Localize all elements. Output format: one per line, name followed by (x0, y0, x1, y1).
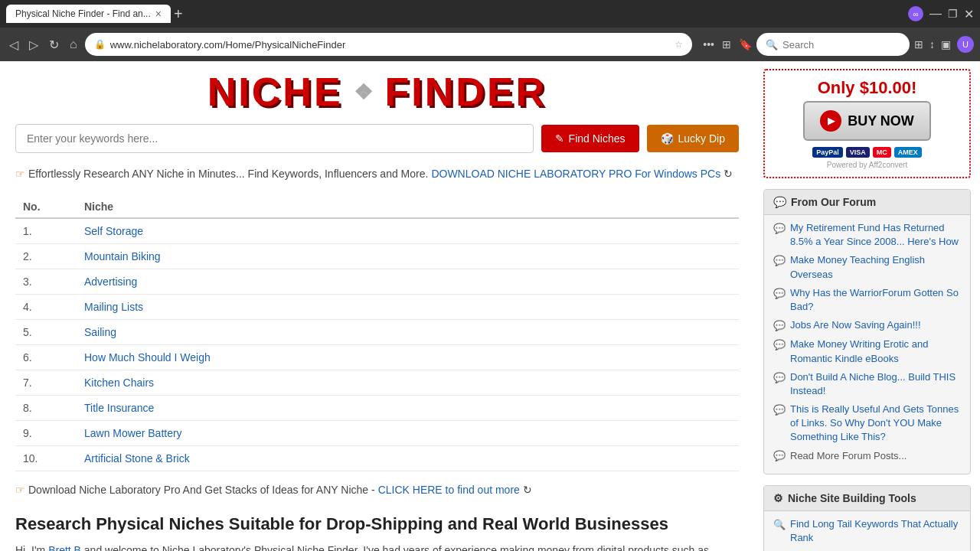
home-btn[interactable]: ⌂ (67, 36, 80, 53)
forum-link[interactable]: 💬Make Money Writing Erotic and Romantic … (773, 337, 961, 365)
forward-btn[interactable]: ▷ (26, 36, 41, 54)
url-input[interactable] (110, 39, 671, 51)
keyword-input[interactable] (15, 124, 534, 153)
site-logo: NICHE ❖ FINDER (15, 69, 739, 115)
extra-toolbar-icons: ⊞ ↕ ▣ U (914, 36, 974, 53)
niche-name-cell[interactable]: Sailing (77, 320, 739, 345)
browser-titlebar: Physical Niche Finder - Find an... × + ∞… (0, 0, 980, 28)
download-bar-text: Download Niche Laboratory Pro And Get St… (28, 484, 375, 496)
forum-link[interactable]: 💬My Retirement Fund Has Returned 8.5% a … (773, 221, 961, 249)
find-niches-btn[interactable]: ✎ Find Niches (541, 125, 639, 152)
table-row: 9. Lawn Mower Battery (15, 421, 739, 446)
tools-section-title: ⚙ Niche Site Building Tools (764, 486, 970, 511)
intro-text1: Hi, I'm (15, 544, 45, 551)
tool-link-icon: 🔍 (773, 518, 786, 532)
table-row: 5. Sailing (15, 320, 739, 345)
mc-icon: MC (873, 147, 891, 158)
tools-links-body: 🔍Find Long Tail Keywords That Actually R… (764, 511, 970, 551)
row-no: 2. (15, 244, 77, 269)
back-btn[interactable]: ◁ (6, 36, 21, 54)
tool-link[interactable]: 🔍Find Long Tail Keywords That Actually R… (773, 517, 961, 545)
extensions-icon[interactable]: ⊞ (914, 38, 923, 51)
find-niches-label: Find Niches (569, 132, 626, 145)
forum-icon: 💬 (773, 196, 786, 208)
bookmark-icon[interactable]: 🔖 (739, 38, 752, 51)
logo-separator: ❖ (354, 80, 374, 105)
search-input[interactable] (782, 39, 874, 51)
row-no: 5. (15, 320, 77, 345)
read-more-forum-link[interactable]: 💬Read More Forum Posts... (773, 449, 961, 463)
forum-link-label: Don't Build A Niche Blog... Build THIS I… (790, 370, 961, 398)
main-content: NICHE ❖ FINDER ✎ Find Niches 🎲 Lucky Dip… (0, 61, 754, 551)
page-heading: Research Physical Niches Suitable for Dr… (15, 514, 739, 534)
niche-name-cell[interactable]: Mountain Biking (77, 244, 739, 269)
row-no: 7. (15, 370, 77, 396)
refresh-icon: ↻ (724, 165, 733, 182)
container-icon[interactable]: ⊞ (722, 38, 731, 51)
buy-now-btn[interactable]: ▶ BUY NOW (803, 101, 931, 141)
download-refresh-icon: ↻ (523, 484, 532, 496)
profile-avatar[interactable]: U (957, 36, 974, 53)
download-pro-link[interactable]: DOWNLOAD NICHE LABORATORY PRO For Window… (431, 165, 720, 182)
lucky-dip-btn[interactable]: 🎲 Lucky Dip (647, 125, 739, 152)
logo-area: NICHE ❖ FINDER (15, 69, 739, 115)
forum-link[interactable]: 💬Don't Build A Niche Blog... Build THIS … (773, 370, 961, 398)
table-row: 7. Kitchen Chairs (15, 370, 739, 396)
table-row: 8. Title Insurance (15, 396, 739, 421)
niche-name-cell[interactable]: Mailing Lists (77, 295, 739, 320)
address-bar[interactable]: 🔒 ☆ (85, 33, 693, 56)
niche-name-cell[interactable]: Artificial Stone & Brick (77, 446, 739, 471)
sidebar-ad: Only $10.00! ▶ BUY NOW PayPal VISA MC AM… (763, 69, 971, 178)
bookmark-star-icon[interactable]: ☆ (675, 39, 683, 50)
forum-link-label: Why Has the WarriorForum Gotten So Bad? (790, 286, 961, 314)
forum-link-icon: 💬 (773, 319, 786, 333)
niche-name-cell[interactable]: Kitchen Chairs (77, 370, 739, 396)
forum-title-label: From Our Forum (791, 196, 876, 208)
tab-close-btn[interactable]: × (155, 8, 162, 20)
forum-link-icon: 💬 (773, 371, 786, 385)
reader-icon[interactable]: ▣ (941, 38, 951, 51)
reload-btn[interactable]: ↻ (46, 36, 62, 54)
intro-text2: and welcome to Niche Laboratory's Physic… (15, 544, 709, 551)
row-no: 6. (15, 345, 77, 370)
ad-only-text: Only $10.00! (773, 78, 962, 98)
nav-icon-group: ••• ⊞ 🔖 (703, 38, 752, 51)
row-no: 1. (15, 218, 77, 244)
forum-link-label: My Retirement Fund Has Returned 8.5% a Y… (790, 221, 961, 249)
sync-icon[interactable]: ↕ (929, 38, 935, 51)
forum-link-icon: 💬 (773, 287, 786, 301)
menu-dots-icon[interactable]: ••• (703, 38, 714, 51)
click-here-link[interactable]: CLICK HERE to find out more (378, 484, 520, 496)
browser-tab[interactable]: Physical Niche Finder - Find an... × (6, 5, 171, 23)
brett-link[interactable]: Brett B (48, 544, 81, 551)
forum-links-body: 💬My Retirement Fund Has Returned 8.5% a … (764, 215, 970, 474)
forum-link-icon: 💬 (773, 254, 786, 268)
amex-icon: AMEX (894, 147, 922, 158)
forum-section-title: 💬 From Our Forum (764, 190, 970, 215)
info-text: Effortlessly Research ANY Niche in Minut… (28, 165, 428, 182)
visa-icon: VISA (846, 147, 870, 158)
row-no: 9. (15, 421, 77, 446)
table-row: 10. Artificial Stone & Brick (15, 446, 739, 471)
niche-name-cell[interactable]: Self Storage (77, 218, 739, 244)
niche-name-cell[interactable]: Lawn Mower Battery (77, 421, 739, 446)
niche-name-cell[interactable]: Advertising (77, 269, 739, 295)
close-btn[interactable]: ✕ (964, 7, 974, 21)
buy-now-label: BUY NOW (848, 113, 914, 129)
browser-search-bar[interactable]: 🔍 (756, 33, 910, 56)
info-icon: ☞ (15, 165, 25, 182)
forum-link-label: Jobs Are Now Saving Again!!! (790, 318, 921, 332)
lock-icon: 🔒 (94, 39, 106, 50)
new-tab-btn[interactable]: + (174, 6, 183, 21)
forum-link[interactable]: 💬Why Has the WarriorForum Gotten So Bad? (773, 286, 961, 314)
maximize-btn[interactable]: ❐ (948, 8, 958, 20)
forum-link[interactable]: 💬This is Really Useful And Gets Tonnes o… (773, 403, 961, 445)
tools-icon: ⚙ (773, 492, 783, 504)
minimize-btn[interactable]: — (929, 7, 942, 21)
lucky-dip-label: Lucky Dip (678, 132, 725, 145)
niche-name-cell[interactable]: How Much Should I Weigh (77, 345, 739, 370)
forum-link-icon: 💬 (773, 403, 786, 417)
niche-name-cell[interactable]: Title Insurance (77, 396, 739, 421)
forum-link[interactable]: 💬Jobs Are Now Saving Again!!! (773, 318, 961, 333)
forum-link[interactable]: 💬Make Money Teaching English Overseas (773, 253, 961, 281)
